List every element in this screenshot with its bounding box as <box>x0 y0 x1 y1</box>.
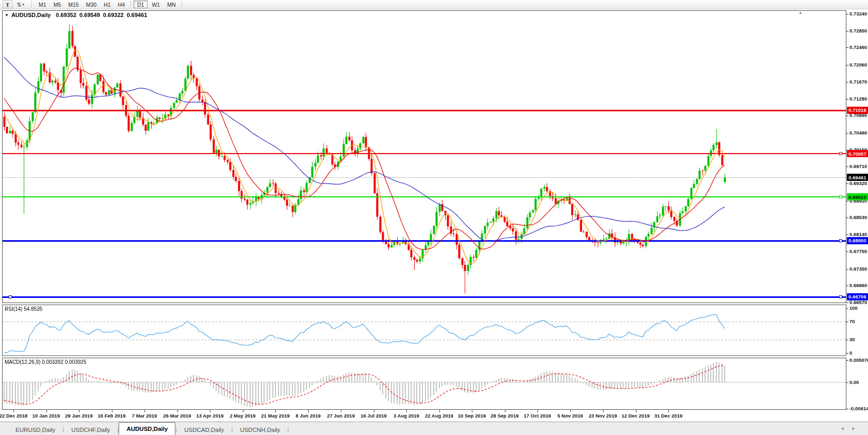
title-dropdown-icon[interactable]: ▼ <box>5 13 9 18</box>
chart-tab-bar: EURUSD,Daily|USDCHF,Daily|AUDUSD,Daily|U… <box>0 422 868 435</box>
toolbar-grip <box>31 1 32 8</box>
timeframe-button-w1[interactable]: W1 <box>149 1 163 8</box>
timeframe-button-h4[interactable]: H4 <box>115 1 128 8</box>
toolbar-separator <box>130 1 131 8</box>
chart-tab-audusd[interactable]: AUDUSD,Daily <box>119 422 175 435</box>
timeframe-button-m5[interactable]: M5 <box>51 1 64 8</box>
chart-plot-canvas[interactable] <box>0 0 868 435</box>
timeframe-button-m1[interactable]: M1 <box>36 1 50 8</box>
chart-tab-usdcad[interactable]: USDCAD,Daily <box>177 424 231 435</box>
timeframe-toolbar: M1M5M15M30H1H4D1W1MN <box>35 1 184 8</box>
tab-scroll-arrows: ◄ ► <box>840 426 856 431</box>
chart-tabs: EURUSD,Daily|USDCHF,Daily|AUDUSD,Daily|U… <box>8 422 289 435</box>
chart-title: ▼AUDUSD,Daily0.693520.695490.693220.6946… <box>5 12 150 18</box>
timeframe-button-h1[interactable]: H1 <box>101 1 113 8</box>
symbol-label: AUDUSD,Daily <box>11 12 51 18</box>
chart-tab-usdcnh[interactable]: USDCNH,Daily <box>233 424 287 435</box>
scroll-up-icon[interactable]: ▲ <box>798 10 803 15</box>
arrows-swap-icon: ⇅ <box>17 2 21 7</box>
chart-tab-eurusd[interactable]: EURUSD,Daily <box>8 424 62 435</box>
quote-close: 0.69461 <box>127 12 148 18</box>
macd-indicator-label: MACD(12,26,9) 0.003392 0.003925 <box>5 359 86 365</box>
tab-scroll-right-icon[interactable]: ► <box>851 426 856 431</box>
timeframe-button-mn[interactable]: MN <box>164 1 178 8</box>
quote-low: 0.69322 <box>103 12 124 18</box>
caret-down-icon: ▾ <box>23 3 25 7</box>
text-tool-button[interactable]: T <box>3 1 12 8</box>
rsi-indicator-label: RSI(14) 54.8535 <box>5 306 42 312</box>
tab-separator: | <box>287 426 289 432</box>
chart-tab-usdchf[interactable]: USDCHF,Daily <box>64 424 117 435</box>
tab-scroll-left-icon[interactable]: ◄ <box>840 426 844 431</box>
timeframe-button-d1[interactable]: D1 <box>134 1 148 8</box>
top-toolbar: T ⇅ ▾ M1M5M15M30H1H4D1W1MN <box>0 0 868 9</box>
toolbar-separator <box>182 1 182 8</box>
chart-style-dropdown-button[interactable]: ⇅ ▾ <box>13 1 27 8</box>
timeframe-button-m30[interactable]: M30 <box>83 1 100 8</box>
quote-high: 0.69549 <box>79 12 100 18</box>
quote-open: 0.69352 <box>56 12 76 18</box>
timeframe-button-m15[interactable]: M15 <box>65 1 81 8</box>
